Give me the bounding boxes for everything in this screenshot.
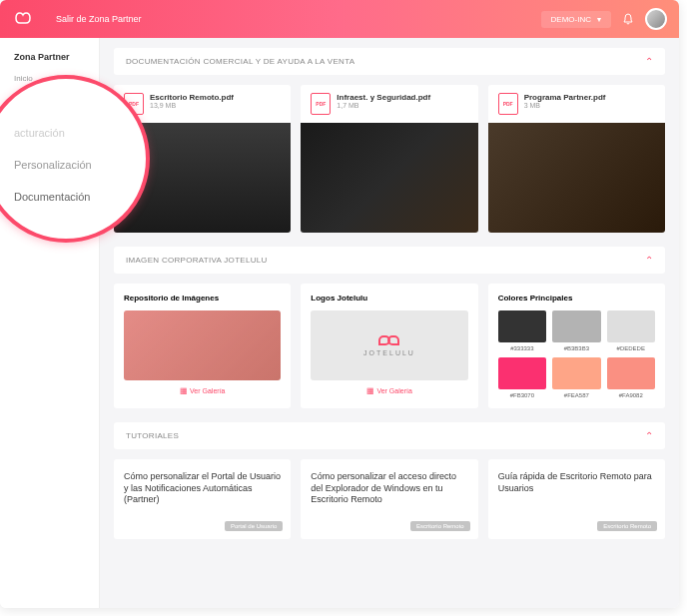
logo-preview: JOTELULU <box>311 310 467 380</box>
color-swatch[interactable]: #333333 <box>498 310 546 351</box>
chevron-up-icon: ⌃ <box>645 430 653 441</box>
tutorial-tag: Escritorio Remoto <box>597 521 657 531</box>
doc-card[interactable]: Programa Partner.pdf 3 MB <box>488 85 665 233</box>
doc-thumbnail <box>488 123 665 233</box>
swatch-label: #DEDEDE <box>607 345 655 351</box>
swatch-box <box>498 357 546 389</box>
main-content: DOCUMENTACIÓN COMERCIAL Y DE AYUDA A LA … <box>100 38 679 608</box>
chevron-down-icon: ▾ <box>597 15 601 24</box>
repo-thumbnail <box>124 310 281 380</box>
swatch-label: #FB3070 <box>498 392 546 398</box>
section-title: DOCUMENTACIÓN COMERCIAL Y DE AYUDA A LA … <box>126 57 354 66</box>
color-swatch[interactable]: #DEDEDE <box>607 310 655 351</box>
color-swatch[interactable]: #FB3070 <box>498 357 546 398</box>
tutorial-tag: Portal de Usuario <box>225 521 283 531</box>
header: Salir de Zona Partner DEMO-INC ▾ <box>0 0 679 38</box>
card-title: Repositorio de Imágenes <box>124 294 281 303</box>
pdf-icon <box>311 93 331 115</box>
exit-partner-link[interactable]: Salir de Zona Partner <box>56 14 142 24</box>
section-imagen-head[interactable]: IMAGEN CORPORATIVA JOTELULU ⌃ <box>114 247 665 274</box>
section-title: TUTORIALES <box>126 431 179 440</box>
mag-item-personalizacion[interactable]: Personalización <box>14 149 136 181</box>
mag-item-documentacion[interactable]: Documentación <box>14 181 136 213</box>
tutorial-card[interactable]: Guía rápida de Escritorio Remoto para Us… <box>488 459 665 539</box>
org-selector[interactable]: DEMO-INC ▾ <box>541 11 611 28</box>
doc-size: 3 MB <box>524 102 606 109</box>
card-title: Colores Principales <box>498 294 655 303</box>
doc-size: 1,7 MB <box>337 102 430 109</box>
tutorial-title: Cómo personalizar el acceso directo del … <box>311 471 467 506</box>
swatch-label: #B3B3B3 <box>552 345 600 351</box>
tutorial-title: Guía rápida de Escritorio Remoto para Us… <box>498 471 655 494</box>
color-swatch[interactable]: #B3B3B3 <box>552 310 600 351</box>
swatch-box <box>552 310 600 342</box>
org-name: DEMO-INC <box>551 15 591 24</box>
tutorial-title: Cómo personalizar el Portal de Usuario y… <box>124 471 281 506</box>
chevron-up-icon: ⌃ <box>645 56 653 67</box>
color-swatch[interactable]: #FA9082 <box>607 357 655 398</box>
swatch-label: #FA9082 <box>607 392 655 398</box>
doc-thumbnail <box>301 123 477 233</box>
avatar[interactable] <box>645 8 667 30</box>
gallery-link[interactable]: Ver Galería <box>124 386 281 395</box>
swatch-box <box>607 310 655 342</box>
doc-title: Infraest. y Seguridad.pdf <box>337 93 430 102</box>
doc-title: Escritorio Remoto.pdf <box>150 93 234 102</box>
section-comercial-head[interactable]: DOCUMENTACIÓN COMERCIAL Y DE AYUDA A LA … <box>114 48 665 75</box>
color-swatch[interactable]: #FEA587 <box>552 357 600 398</box>
doc-size: 13,9 MB <box>150 102 234 109</box>
colors-card: Colores Principales #333333#B3B3B3#DEDED… <box>488 284 665 408</box>
swatch-box <box>607 357 655 389</box>
doc-card[interactable]: Infraest. y Seguridad.pdf 1,7 MB <box>301 85 477 233</box>
doc-title: Programa Partner.pdf <box>524 93 606 102</box>
pdf-icon <box>498 93 518 115</box>
swatch-box <box>498 310 546 342</box>
section-title: IMAGEN CORPORATIVA JOTELULU <box>126 256 268 265</box>
section-tutoriales-head[interactable]: TUTORIALES ⌃ <box>114 422 665 449</box>
repo-card: Repositorio de Imágenes Ver Galería <box>114 284 291 408</box>
card-title: Logos Jotelulu <box>311 294 467 303</box>
tutorial-tag: Escritorio Remoto <box>410 521 470 531</box>
swatch-box <box>552 357 600 389</box>
mag-item-facturacion[interactable]: acturación <box>14 117 136 149</box>
swatch-label: #333333 <box>498 345 546 351</box>
brand-logo <box>12 11 40 27</box>
tutorial-card[interactable]: Cómo personalizar el Portal de Usuario y… <box>114 459 291 539</box>
swatch-label: #FEA587 <box>552 392 600 398</box>
logos-card: Logos Jotelulu JOTELULU Ver Galería <box>301 284 477 408</box>
chevron-up-icon: ⌃ <box>645 255 653 266</box>
gallery-link[interactable]: Ver Galería <box>311 386 467 395</box>
brand-text: JOTELULU <box>363 349 415 356</box>
bell-icon[interactable] <box>621 12 635 26</box>
sidebar-title: Zona Partner <box>0 46 99 68</box>
tutorial-card[interactable]: Cómo personalizar el acceso directo del … <box>301 459 477 539</box>
